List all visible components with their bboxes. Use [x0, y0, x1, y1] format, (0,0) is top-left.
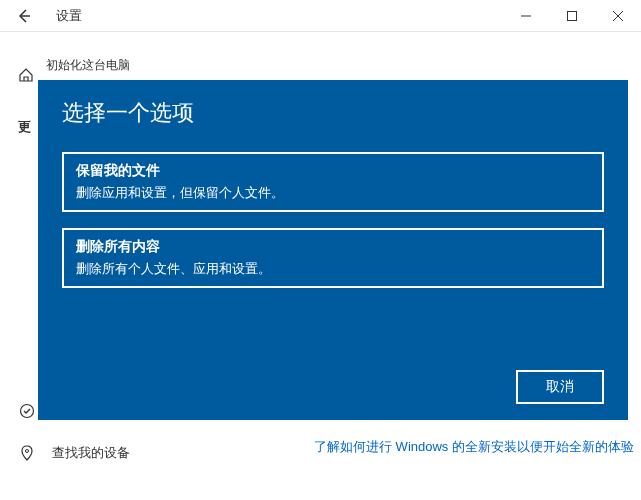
window-title: 设置 [56, 7, 82, 25]
location-icon [18, 445, 36, 461]
window-controls [503, 0, 641, 31]
titlebar-left: 设置 [0, 0, 82, 31]
svg-point-5 [21, 405, 34, 418]
dialog-titlebar: 初始化这台电脑 [38, 50, 628, 80]
close-button[interactable] [595, 0, 641, 31]
titlebar: 设置 [0, 0, 641, 32]
minimize-button[interactable] [503, 0, 549, 31]
back-button[interactable] [0, 0, 48, 31]
svg-rect-2 [568, 11, 577, 20]
sidebar-item-find-device[interactable]: 查找我的设备 [18, 432, 290, 474]
reset-pc-dialog: 初始化这台电脑 选择一个选项 保留我的文件 删除应用和设置，但保留个人文件。 删… [38, 50, 628, 420]
svg-point-6 [26, 450, 29, 453]
maximize-button[interactable] [549, 0, 595, 31]
dialog-heading: 选择一个选项 [62, 98, 604, 128]
close-icon [613, 11, 623, 21]
maximize-icon [567, 11, 577, 21]
option-keep-files[interactable]: 保留我的文件 删除应用和设置，但保留个人文件。 [62, 152, 604, 212]
minimize-icon [521, 11, 531, 21]
option-desc: 删除所有个人文件、应用和设置。 [76, 260, 590, 278]
option-remove-everything[interactable]: 删除所有内容 删除所有个人文件、应用和设置。 [62, 228, 604, 288]
check-circle-icon [18, 403, 36, 419]
option-desc: 删除应用和设置，但保留个人文件。 [76, 184, 590, 202]
option-title: 删除所有内容 [76, 238, 590, 256]
home-icon [18, 67, 34, 86]
fresh-install-link[interactable]: 了解如何进行 Windows 的全新安装以便开始全新的体验 [314, 438, 641, 456]
cancel-button[interactable]: 取消 [516, 370, 604, 404]
dialog-body: 选择一个选项 保留我的文件 删除应用和设置，但保留个人文件。 删除所有内容 删除… [38, 80, 628, 420]
arrow-left-icon [16, 8, 32, 24]
option-title: 保留我的文件 [76, 162, 590, 180]
sidebar-item-label: 查找我的设备 [52, 444, 130, 462]
